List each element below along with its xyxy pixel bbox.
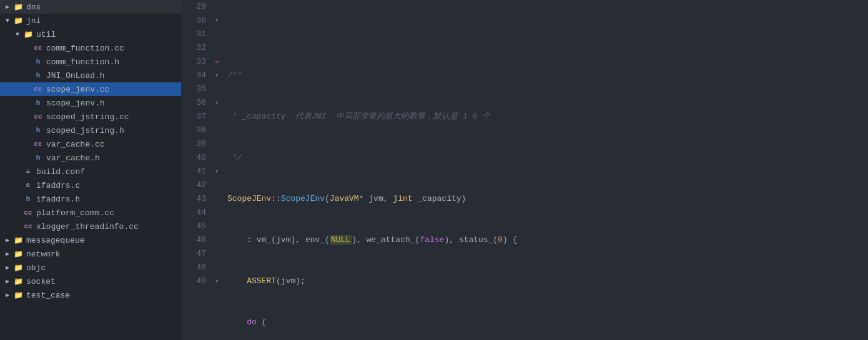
sidebar-item-jni-onload-h[interactable]: h JNI_OnLoad.h [0, 69, 181, 82]
cc-icon-2: cc [32, 85, 44, 93]
arrow-dns [2, 3, 12, 11]
h-icon-2: h [32, 72, 44, 79]
sidebar-label-scoped-jstring-h: scoped_jstring.h [46, 126, 124, 135]
sidebar-label-objc: objc [26, 263, 46, 273]
sidebar-item-xlogger-threadinfo-cc[interactable]: cc xlogger_threadinfo.cc [0, 220, 181, 233]
file-tree: 📁 dns 📁 jni 📁 util cc comm_function.cc h… [0, 0, 181, 340]
sidebar-label-network: network [26, 250, 61, 259]
folder-icon-jni: 📁 [12, 16, 24, 26]
arrow-messagequeue [2, 236, 12, 244]
sidebar-item-util[interactable]: 📁 util [0, 27, 181, 41]
cc-icon: cc [32, 44, 44, 52]
sidebar-label-jni: jni [26, 16, 41, 26]
sidebar-label-scope-jenv-h: scope_jenv.h [46, 99, 105, 108]
sidebar-label-comm-function-cc: comm_function.cc [46, 44, 124, 53]
code-line-32: */ [227, 151, 868, 165]
sidebar-item-scoped-jstring-h[interactable]: h scoped_jstring.h [0, 124, 181, 137]
folder-icon-socket: 📁 [12, 277, 24, 286]
sidebar-label-scope-jenv-cc: scope_jenv.cc [46, 85, 109, 94]
sidebar-item-comm-function-cc[interactable]: cc comm_function.cc [0, 41, 181, 55]
code-line-30: /** [227, 69, 868, 82]
sidebar-item-var-cache-cc[interactable]: cc var_cache.cc [0, 137, 181, 151]
sidebar-item-messagequeue[interactable]: 📁 messagequeue [0, 233, 181, 247]
sidebar-label-test-case: test_case [26, 291, 70, 300]
sidebar-label-build-conf: build.conf [36, 167, 85, 177]
sidebar-label-messagequeue: messagequeue [26, 236, 85, 245]
sidebar-label-jni-onload-h: JNI_OnLoad.h [46, 71, 105, 80]
code-area: 29 30 31 32 33 34 35 36 37 38 39 40 41 4… [181, 0, 868, 340]
sidebar-item-network[interactable]: 📁 network [0, 247, 181, 261]
conf-icon: ≡ [22, 168, 34, 175]
h-icon-4: h [32, 127, 44, 134]
arrow-socket [2, 278, 12, 285]
sidebar-label-var-cache-cc: var_cache.cc [46, 140, 105, 149]
sidebar-item-comm-function-h[interactable]: h comm_function.h [0, 55, 181, 69]
code-gutter: ▾ ⇒ ▾ ▾ ▾ ▾ [211, 0, 222, 340]
cc-icon-3: cc [32, 113, 44, 120]
arrow-jni [2, 17, 12, 24]
sidebar-label-ifaddrs-h: ifaddrs.h [36, 195, 80, 204]
sidebar-item-scope-jenv-h[interactable]: h scope_jenv.h [0, 96, 181, 110]
h-icon: h [32, 58, 44, 66]
sidebar-item-ifaddrs-h[interactable]: h ifaddrs.h [0, 192, 181, 206]
sidebar-item-ifaddrs-c[interactable]: c ifaddrs.c [0, 178, 181, 192]
sidebar-label-platform-comm-cc: platform_comm.cc [36, 208, 114, 218]
folder-icon-dns: 📁 [12, 2, 24, 12]
code-line-36: do { [227, 316, 868, 329]
h-icon-5: h [32, 154, 44, 162]
sidebar-item-test-case[interactable]: 📁 test_case [0, 288, 181, 302]
sidebar-item-jni[interactable]: 📁 jni [0, 14, 181, 27]
code-line-33: ScopeJEnv::ScopeJEnv(JavaVM* jvm, jint _… [227, 192, 868, 206]
folder-icon-network: 📁 [12, 250, 24, 259]
folder-icon-test-case: 📁 [12, 291, 24, 300]
arrow-network [2, 250, 12, 258]
code-line-31: * _capacity 代表JNI 中局部变量的最大的数量，默认是 1 6 个 [227, 110, 868, 124]
sidebar-label-scoped-jstring-cc: scoped_jstring.cc [46, 112, 129, 122]
arrow-util [12, 31, 22, 38]
folder-icon-util: 📁 [22, 30, 34, 39]
sidebar-label-xlogger-threadinfo-cc: xlogger_threadinfo.cc [36, 222, 139, 231]
sidebar-item-var-cache-h[interactable]: h var_cache.h [0, 151, 181, 165]
sidebar-item-build-conf[interactable]: ≡ build.conf [0, 165, 181, 178]
cc-icon-6: cc [22, 223, 34, 230]
cc-icon-4: cc [32, 140, 44, 148]
sidebar-label-dns: dns [26, 2, 41, 12]
code-line-29 [227, 27, 868, 41]
sidebar-label-var-cache-h: var_cache.h [46, 153, 100, 163]
h-icon-6: h [22, 195, 34, 203]
sidebar-item-objc[interactable]: 📁 objc [0, 261, 181, 274]
line-numbers: 29 30 31 32 33 34 35 36 37 38 39 40 41 4… [181, 0, 211, 340]
h-icon-3: h [32, 99, 44, 107]
sidebar-item-socket[interactable]: 📁 socket [0, 274, 181, 288]
sidebar-label-util: util [36, 30, 56, 39]
code-content[interactable]: /** * _capacity 代表JNI 中局部变量的最大的数量，默认是 1 … [222, 0, 868, 340]
sidebar-item-dns[interactable]: 📁 dns [0, 0, 181, 14]
arrow-test-case [2, 291, 12, 299]
c-icon: c [22, 182, 34, 189]
code-editor[interactable]: 29 30 31 32 33 34 35 36 37 38 39 40 41 4… [181, 0, 868, 340]
code-line-34: : vm_(jvm), env_(NULL), we_attach_(false… [227, 233, 868, 247]
arrow-objc [2, 264, 12, 271]
sidebar-label-comm-function-h: comm_function.h [46, 57, 119, 67]
cc-icon-5: cc [22, 209, 34, 216]
folder-icon-messagequeue: 📁 [12, 236, 24, 245]
code-line-35: ASSERT(jvm); [227, 274, 868, 288]
sidebar-label-socket: socket [26, 277, 56, 286]
folder-icon-objc: 📁 [12, 263, 24, 273]
sidebar-item-scope-jenv-cc[interactable]: cc scope_jenv.cc [0, 82, 181, 96]
sidebar-item-scoped-jstring-cc[interactable]: cc scoped_jstring.cc [0, 110, 181, 124]
sidebar-item-platform-comm-cc[interactable]: cc platform_comm.cc [0, 206, 181, 220]
sidebar-label-ifaddrs-c: ifaddrs.c [36, 181, 80, 190]
